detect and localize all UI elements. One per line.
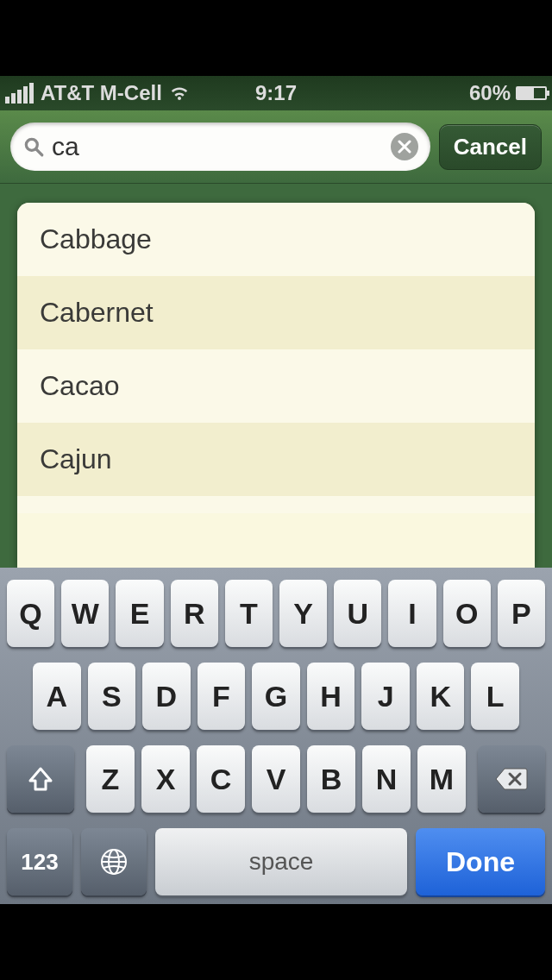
keyboard: QWERTYUIOP ASDFGHJKL ZXCVBNM 123	[0, 568, 552, 904]
key-x[interactable]: X	[141, 745, 190, 813]
results-list: CabbageCabernetCacaoCajun	[17, 203, 535, 568]
space-key[interactable]: space	[155, 828, 407, 895]
keyboard-row-4: 123 space Done	[3, 828, 549, 895]
result-item[interactable]: Cajun	[17, 423, 535, 496]
backspace-key[interactable]	[478, 745, 545, 813]
status-bar: AT&T M-Cell 9:17 60%	[0, 76, 552, 110]
key-u[interactable]: U	[334, 580, 381, 647]
key-l[interactable]: L	[471, 663, 519, 730]
globe-key[interactable]	[81, 828, 147, 895]
key-b[interactable]: B	[307, 745, 355, 813]
key-o[interactable]: O	[443, 580, 491, 647]
key-c[interactable]: C	[197, 745, 245, 813]
result-item[interactable]: Cabernet	[17, 276, 535, 349]
key-d[interactable]: D	[142, 663, 191, 730]
svg-line-1	[36, 149, 42, 155]
key-r[interactable]: R	[171, 580, 218, 647]
key-j[interactable]: J	[361, 663, 410, 730]
results-container: CabbageCabernetCacaoCajun	[0, 184, 552, 568]
result-item[interactable]: Cabbage	[17, 203, 535, 276]
letterbox-top	[0, 0, 552, 76]
wifi-icon	[169, 83, 190, 104]
battery-percent-label: 60%	[469, 81, 511, 105]
letterbox-bottom	[0, 904, 552, 980]
globe-icon	[99, 847, 129, 876]
carrier-label: AT&T M-Cell	[41, 81, 162, 105]
clear-search-button[interactable]	[391, 133, 418, 160]
signal-bars-icon	[5, 83, 34, 104]
key-n[interactable]: N	[362, 745, 411, 813]
key-t[interactable]: T	[225, 580, 273, 647]
search-box[interactable]	[10, 122, 430, 171]
key-m[interactable]: M	[417, 745, 466, 813]
search-header: Cancel	[0, 110, 552, 184]
key-v[interactable]: V	[252, 745, 300, 813]
search-input[interactable]	[52, 132, 391, 161]
key-g[interactable]: G	[252, 663, 300, 730]
result-item	[17, 496, 535, 513]
result-item[interactable]: Cacao	[17, 349, 535, 423]
key-q[interactable]: Q	[7, 580, 54, 647]
keyboard-row-2: ASDFGHJKL	[3, 663, 549, 730]
app-screen: AT&T M-Cell 9:17 60% Cancel CabbageCab	[0, 76, 552, 904]
status-right: 60%	[469, 81, 547, 105]
key-p[interactable]: P	[498, 580, 545, 647]
status-left: AT&T M-Cell	[5, 81, 190, 105]
shift-icon	[27, 765, 54, 793]
done-key[interactable]: Done	[416, 828, 545, 895]
shift-key[interactable]	[7, 745, 74, 813]
search-icon	[22, 135, 45, 158]
key-f[interactable]: F	[198, 663, 246, 730]
key-y[interactable]: Y	[279, 580, 327, 647]
cancel-button[interactable]: Cancel	[439, 124, 542, 170]
numbers-key[interactable]: 123	[7, 828, 72, 895]
key-e[interactable]: E	[116, 580, 163, 647]
key-k[interactable]: K	[417, 663, 465, 730]
keyboard-row-1: QWERTYUIOP	[3, 580, 549, 647]
key-a[interactable]: A	[33, 663, 81, 730]
backspace-icon	[494, 766, 529, 792]
key-z[interactable]: Z	[86, 745, 135, 813]
key-s[interactable]: S	[88, 663, 136, 730]
keyboard-row-3: ZXCVBNM	[3, 745, 549, 813]
key-i[interactable]: I	[388, 580, 436, 647]
key-h[interactable]: H	[307, 663, 355, 730]
battery-icon	[516, 86, 547, 100]
status-time: 9:17	[255, 81, 297, 105]
key-w[interactable]: W	[61, 580, 109, 647]
